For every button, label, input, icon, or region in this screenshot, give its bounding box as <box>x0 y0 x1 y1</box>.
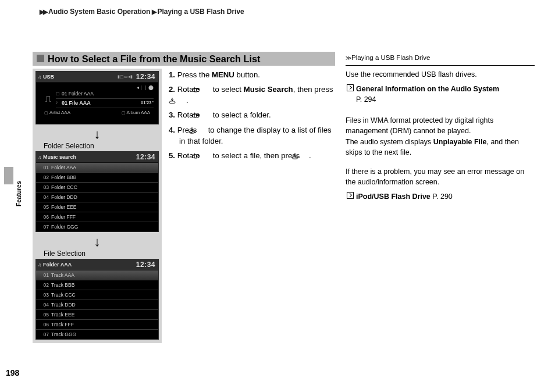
list-item: 04Folder DDD <box>36 193 158 202</box>
chevron-right-icon: ▶ <box>152 8 155 15</box>
artist: Artist AAA <box>49 110 70 115</box>
list-item: 03Track CCC <box>36 290 158 300</box>
step-3: 3. Rotate to select a folder. <box>169 109 335 120</box>
rotate-knob-icon <box>202 84 211 90</box>
screen-title: Folder AAA <box>43 262 136 268</box>
breadcrumb-level-1: Audio System Basic Operation <box>48 8 150 16</box>
screen-title: Music search <box>43 154 136 160</box>
rotate-knob-icon <box>202 110 211 116</box>
arrow-down-icon: ↓ <box>35 128 159 141</box>
push-knob-icon <box>199 126 206 133</box>
screen-folders: ♫ Music search 12:34 01Folder AAA 02Fold… <box>35 151 159 232</box>
list-item: 07Track GGG <box>36 330 158 339</box>
breadcrumb-level-2: Playing a USB Flash Drive <box>157 8 244 16</box>
section-heading-text: How to Select a File from the Music Sear… <box>48 54 261 64</box>
svg-point-3 <box>189 130 195 133</box>
caption-folder-selection: Folder Selection <box>44 142 159 150</box>
sidebar-notes: ≫Playing a USB Flash Drive Use the recom… <box>346 53 535 206</box>
arrow-down-icon: ↓ <box>35 236 159 248</box>
list-item: 01Folder AAA <box>36 163 158 173</box>
chevron-right-icon: ▶▶ <box>40 8 47 15</box>
side-tab-label: Features <box>15 181 22 206</box>
side-tab-block <box>4 167 13 184</box>
caption-file-selection: File Selection <box>44 250 159 258</box>
album: Album AAA <box>127 110 150 115</box>
music-note-icon: ♫ <box>36 74 43 80</box>
folder-icon: ▢ <box>56 91 62 96</box>
clock: 12:34 <box>136 261 158 269</box>
file-icon: ♪ <box>56 100 62 106</box>
list-item: 06Track FFF <box>36 320 158 330</box>
rotate-knob-icon <box>202 151 211 156</box>
note-text: Use the recommended USB flash drives. <box>346 69 535 80</box>
list-item: 03Folder CCC <box>36 183 158 193</box>
line1: 01 Folder AAA <box>62 91 94 97</box>
clock: 12:34 <box>136 153 158 161</box>
chevron-right-icon: ≫ <box>346 55 350 61</box>
sidebar-heading: ≫Playing a USB Flash Drive <box>346 53 535 64</box>
music-note-icon: ♫ <box>36 155 43 160</box>
duration: 01'23" <box>141 100 154 106</box>
push-knob-icon <box>302 151 309 158</box>
clock: 12:34 <box>136 73 158 81</box>
line2: 01 File AAA <box>62 100 141 106</box>
music-note-icon: ♫ <box>36 262 43 268</box>
note-text: Files in WMA format protected by digital… <box>346 115 535 136</box>
list-item: 06Folder FFF <box>36 212 158 222</box>
section-heading: How to Select a File from the Music Sear… <box>33 52 335 66</box>
step-4: 4. Press to change the display to a list… <box>169 124 335 147</box>
list-item: 02Folder BBB <box>36 173 158 183</box>
screen-title: USB <box>43 74 118 80</box>
list-item: 04Track DDD <box>36 300 158 310</box>
note-text: The audio system displays Unplayable Fil… <box>346 137 535 158</box>
screen-stack: ♫ USB ▮▢▭◂▮ 12:34 ◂❘❘ ⬤ ⎍ ▢01 Folder AAA… <box>33 69 162 343</box>
svg-point-5 <box>292 156 298 159</box>
screen-tracks: ♫ Folder AAA 12:34 01Track AAA 02Track B… <box>35 259 159 340</box>
list-item: 02Track BBB <box>36 280 158 290</box>
usb-plug-icon: ⎍ <box>41 90 56 108</box>
signal-icon: ◂❘❘ ⬤ <box>41 85 154 90</box>
instruction-steps: 1. Press the MENU button. 2. Rotate to s… <box>169 69 335 165</box>
status-icons: ▮▢▭◂▮ <box>118 74 133 79</box>
xref-icon <box>347 84 354 91</box>
step-1: 1. Press the MENU button. <box>169 69 335 80</box>
xref-icon <box>347 192 354 199</box>
list-item: 07Folder GGG <box>36 222 158 231</box>
cross-reference: General Information on the Audio SystemP… <box>346 84 535 105</box>
list-item: 05Folder EEE <box>36 202 158 212</box>
cross-reference: iPod/USB Flash Drive P. 290 <box>346 191 535 202</box>
svg-point-1 <box>169 101 175 104</box>
screen-usb: ♫ USB ▮▢▭◂▮ 12:34 ◂❘❘ ⬤ ⎍ ▢01 Folder AAA… <box>35 71 159 124</box>
note-text: If there is a problem, you may see an er… <box>346 166 535 187</box>
push-knob-icon <box>179 96 186 103</box>
divider <box>346 65 535 66</box>
list-item: 05Track EEE <box>36 310 158 320</box>
page-number: 198 <box>6 368 19 377</box>
square-bullet-icon <box>37 55 44 62</box>
step-2: 2. Rotate to select Music Search, then p… <box>169 84 335 106</box>
step-5: 5. Rotate to select a file, then press . <box>169 150 335 161</box>
list-item: 01Track AAA <box>36 270 158 280</box>
breadcrumb: ▶▶Audio System Basic Operation▶Playing a… <box>38 8 244 16</box>
